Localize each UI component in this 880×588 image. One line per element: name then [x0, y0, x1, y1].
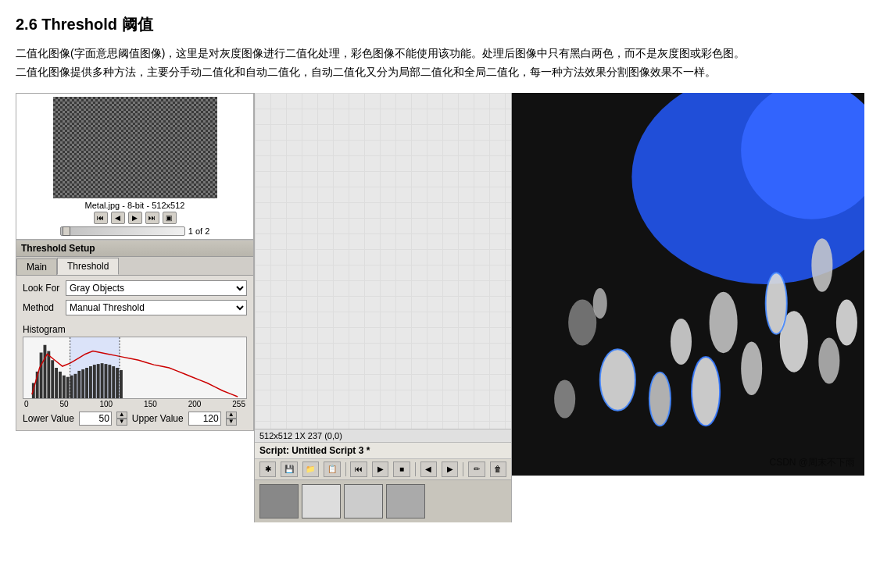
slider-row: 1 of 2 [60, 226, 210, 236]
thumb-2[interactable] [302, 484, 341, 519]
tool-stop[interactable]: ■ [393, 461, 410, 477]
method-label: Method [23, 302, 66, 313]
tab-main[interactable]: Main [16, 258, 57, 275]
svg-rect-5 [44, 344, 47, 397]
nav-extra-button[interactable]: ▣ [163, 212, 177, 224]
svg-point-38 [811, 238, 832, 292]
svg-rect-10 [63, 375, 66, 397]
tool-separator-3 [463, 462, 463, 476]
svg-point-40 [710, 291, 738, 352]
histogram-container [23, 337, 247, 399]
look-for-row: Look For Gray Objects [23, 280, 247, 296]
page-title: 2.6 Threshold 阈值 [16, 14, 864, 35]
nav-last-button[interactable]: ⏭ [145, 212, 159, 224]
look-for-label: Look For [23, 283, 66, 294]
slider-thumb[interactable] [63, 226, 70, 236]
tool-next[interactable]: ▶ [442, 461, 458, 477]
tool-separator-1 [345, 462, 346, 476]
method-select[interactable]: Manual Threshold [66, 300, 247, 315]
svg-rect-16 [85, 368, 88, 398]
script-label: Script: Untitled Script 3 * [259, 445, 370, 456]
description-1: 二值化图像(字面意思阈值图像)，这里是对灰度图像进行二值化处理，彩色图像不能使用… [16, 45, 864, 82]
svg-rect-9 [59, 371, 62, 397]
watermark: CSDN @周末不下雨 [769, 456, 855, 469]
upper-value-input[interactable] [188, 412, 221, 426]
histogram-label: Histogram [23, 324, 247, 335]
preview-image-inner [53, 97, 217, 198]
lower-value-input[interactable] [79, 412, 112, 426]
image-preview-area: Metal.jpg - 8-bit - 512x512 ⏮ ◀ ▶ ⏭ ▣ 1 … [16, 94, 253, 240]
tool-play[interactable]: ▶ [372, 461, 388, 477]
lower-spin-down[interactable]: ▼ [116, 419, 127, 426]
tab-threshold[interactable]: Threshold [57, 258, 119, 275]
thumb-1[interactable] [259, 484, 299, 519]
svg-point-34 [741, 341, 762, 395]
svg-rect-14 [77, 370, 80, 397]
svg-rect-6 [47, 351, 50, 397]
histogram-axis: 0 50 100 150 200 255 [23, 400, 247, 408]
threshold-setup: Threshold Setup Main Threshold Look For … [16, 240, 253, 430]
svg-rect-20 [101, 363, 104, 398]
tool-prev[interactable]: ◀ [420, 461, 437, 477]
upper-label: Upper Value [132, 413, 184, 424]
look-for-select[interactable]: Gray Objects [66, 280, 247, 296]
lower-upper-row: Lower Value ▲ ▼ Upper Value ▲ ▼ [23, 412, 247, 426]
right-panel: CSDN @周末不下雨 [512, 93, 864, 476]
nav-prev-button[interactable]: ◀ [111, 212, 125, 224]
image-label: Metal.jpg - 8-bit - 512x512 [85, 201, 185, 210]
upper-spinner: ▲ ▼ [226, 412, 237, 426]
method-row: Method Manual Threshold [23, 300, 247, 315]
toolbar-row: ✱ 💾 📁 📋 ⏮ ▶ ■ ◀ ▶ ✏ 🗑 [255, 458, 511, 479]
svg-rect-17 [89, 366, 92, 398]
svg-rect-24 [116, 368, 119, 398]
script-bar: Script: Untitled Script 3 * [255, 442, 511, 458]
svg-rect-25 [120, 370, 123, 398]
nav-first-button[interactable]: ⏮ [94, 212, 108, 224]
tool-asterisk[interactable]: ✱ [259, 461, 276, 477]
svg-rect-12 [70, 375, 73, 397]
tool-save[interactable]: 💾 [281, 461, 297, 477]
center-main-area [255, 93, 511, 429]
svg-rect-15 [81, 369, 84, 398]
thumb-3[interactable] [344, 484, 383, 519]
svg-point-46 [568, 299, 596, 345]
svg-rect-13 [74, 373, 77, 397]
svg-point-48 [593, 287, 607, 318]
lower-label: Lower Value [23, 413, 74, 424]
page-indicator: 1 of 2 [188, 226, 210, 236]
tool-play-start[interactable]: ⏮ [350, 461, 367, 477]
upper-spin-down[interactable]: ▼ [226, 419, 237, 426]
tool-separator-2 [415, 462, 416, 476]
tabs-row: Main Threshold [16, 257, 253, 276]
lower-spinner: ▲ ▼ [116, 412, 127, 426]
center-panel: 512x512 1X 237 (0,0) Script: Untitled Sc… [254, 93, 512, 522]
tool-copy[interactable]: 📋 [324, 461, 340, 477]
thumb-4[interactable] [386, 484, 425, 519]
svg-rect-11 [66, 376, 70, 397]
svg-rect-22 [108, 365, 111, 398]
setup-header: Threshold Setup [16, 241, 253, 257]
svg-rect-23 [112, 366, 115, 398]
svg-rect-4 [40, 352, 43, 398]
tool-delete[interactable]: 🗑 [490, 461, 506, 477]
settings-area: Look For Gray Objects Method Manual Thre… [16, 276, 253, 324]
left-panel: Metal.jpg - 8-bit - 512x512 ⏮ ◀ ▶ ⏭ ▣ 1 … [16, 93, 254, 431]
status-bar: 512x512 1X 237 (0,0) [255, 429, 511, 442]
svg-point-39 [836, 299, 857, 345]
svg-point-47 [554, 380, 575, 418]
tool-pencil[interactable]: ✏ [468, 461, 485, 477]
histogram-section: Histogram [16, 324, 253, 430]
main-content: Metal.jpg - 8-bit - 512x512 ⏮ ◀ ▶ ⏭ ▣ 1 … [16, 93, 864, 522]
right-image [512, 93, 864, 476]
svg-rect-19 [97, 364, 100, 398]
nav-controls: ⏮ ◀ ▶ ⏭ ▣ [94, 212, 177, 224]
svg-rect-8 [55, 368, 58, 398]
svg-point-36 [818, 337, 839, 383]
slider-bar[interactable] [60, 226, 185, 236]
status-text: 512x512 1X 237 (0,0) [259, 431, 342, 440]
nav-next-button[interactable]: ▶ [128, 212, 142, 224]
svg-rect-7 [51, 360, 54, 398]
tool-folder[interactable]: 📁 [302, 461, 319, 477]
bottom-thumbnails [255, 479, 511, 522]
svg-point-41 [671, 319, 692, 365]
